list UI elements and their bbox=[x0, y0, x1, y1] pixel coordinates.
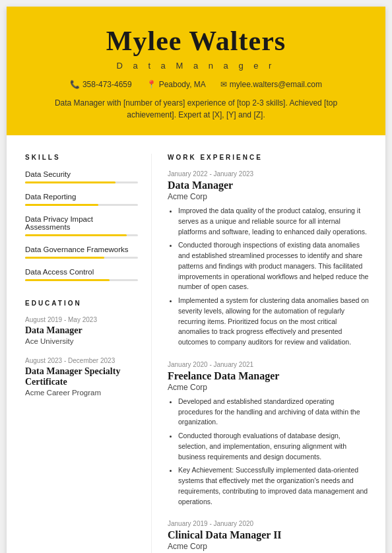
edu-degree: Data Manager bbox=[25, 325, 138, 336]
skills-list: Data Security Data Reporting Data Privac… bbox=[25, 170, 138, 281]
skill-bar-fill bbox=[25, 181, 115, 183]
education-list: August 2019 - May 2023 Data Manager Ace … bbox=[25, 316, 138, 397]
location-icon: 📍 bbox=[147, 80, 156, 89]
job-bullet: Implemented a system for clustering data… bbox=[178, 296, 370, 348]
skill-bar-fill bbox=[25, 257, 104, 259]
phone-contact: 📞 358-473-4659 bbox=[70, 80, 132, 89]
edu-date: August 2019 - May 2023 bbox=[25, 316, 138, 323]
candidate-title: D a t a M a n a g e r bbox=[33, 61, 359, 71]
resume-header: Mylee Walters D a t a M a n a g e r 📞 35… bbox=[7, 7, 385, 135]
work-experience-section: WORK EXPERIENCE January 2022 - January 2… bbox=[168, 154, 370, 553]
job-bullets-list: Improved the data quality of the product… bbox=[168, 206, 370, 348]
contact-bar: 📞 358-473-4659 📍 Peabody, MA ✉ mylee.wal… bbox=[33, 80, 359, 89]
location-text: Peabody, MA bbox=[159, 80, 206, 89]
job-date: January 2022 - January 2023 bbox=[168, 170, 370, 178]
skill-bar-fill bbox=[25, 279, 110, 281]
email-link[interactable]: mylee.walters@email.com bbox=[230, 80, 322, 89]
education-item: August 2023 - December 2023 Data Manager… bbox=[25, 357, 138, 397]
skill-name: Data Reporting bbox=[25, 193, 138, 201]
job-title: Data Manager bbox=[168, 179, 370, 191]
job-item: January 2020 - January 2021 Freelance Da… bbox=[168, 361, 370, 507]
email-contact: ✉ mylee.walters@email.com bbox=[220, 80, 322, 89]
job-company: Acme Corp bbox=[168, 383, 370, 392]
job-title: Freelance Data Manager bbox=[168, 370, 370, 382]
education-section: EDUCATION August 2019 - May 2023 Data Ma… bbox=[25, 300, 138, 397]
skills-title: SKILLS bbox=[25, 154, 138, 161]
job-date: January 2020 - January 2021 bbox=[168, 361, 370, 368]
skill-bar-background bbox=[25, 279, 138, 281]
job-bullet: Improved the data quality of the product… bbox=[178, 206, 370, 237]
candidate-name: Mylee Walters bbox=[33, 25, 359, 57]
phone-number: 358-473-4659 bbox=[82, 80, 132, 89]
phone-icon: 📞 bbox=[70, 80, 80, 89]
skill-bar-background bbox=[25, 204, 138, 206]
skill-item: Data Privacy Impact Assessments bbox=[25, 215, 138, 236]
resume-container: Mylee Walters D a t a M a n a g e r 📞 35… bbox=[7, 7, 385, 553]
work-title: WORK EXPERIENCE bbox=[168, 154, 370, 161]
skills-section: SKILLS Data Security Data Reporting Data… bbox=[25, 154, 138, 281]
edu-school: Acme Career Program bbox=[25, 389, 138, 397]
job-title: Clinical Data Manager II bbox=[168, 529, 370, 541]
job-company: Acme Corp bbox=[168, 192, 370, 201]
left-column: SKILLS Data Security Data Reporting Data… bbox=[7, 154, 152, 553]
job-bullet: Developed and established standardized o… bbox=[178, 397, 370, 428]
education-item: August 2019 - May 2023 Data Manager Ace … bbox=[25, 316, 138, 345]
skill-bar-background bbox=[25, 234, 138, 236]
job-date: January 2019 - January 2020 bbox=[168, 520, 370, 527]
resume-body: SKILLS Data Security Data Reporting Data… bbox=[7, 135, 385, 553]
right-column: WORK EXPERIENCE January 2022 - January 2… bbox=[152, 154, 385, 553]
job-item: January 2022 - January 2023 Data Manager… bbox=[168, 170, 370, 348]
skill-name: Data Privacy Impact Assessments bbox=[25, 215, 138, 231]
edu-date: August 2023 - December 2023 bbox=[25, 357, 138, 364]
skill-item: Data Security bbox=[25, 170, 138, 183]
edu-school: Ace University bbox=[25, 337, 138, 345]
skill-bar-fill bbox=[25, 204, 98, 206]
skill-name: Data Governance Frameworks bbox=[25, 245, 138, 253]
location-contact: 📍 Peabody, MA bbox=[147, 80, 206, 89]
summary-text: Data Manager with [number of years] expe… bbox=[54, 97, 338, 121]
email-icon: ✉ bbox=[220, 80, 227, 89]
job-item: January 2019 - January 2020 Clinical Dat… bbox=[168, 520, 370, 553]
skill-bar-background bbox=[25, 257, 138, 259]
job-bullet: Conducted thorough inspections of existi… bbox=[178, 240, 370, 292]
job-bullets-list: Developed and established standardized o… bbox=[168, 397, 370, 507]
skill-bar-background bbox=[25, 181, 138, 183]
skill-item: Data Governance Frameworks bbox=[25, 245, 138, 259]
skill-item: Data Reporting bbox=[25, 193, 138, 206]
skill-name: Data Access Control bbox=[25, 268, 138, 276]
skill-name: Data Security bbox=[25, 170, 138, 178]
education-title: EDUCATION bbox=[25, 300, 138, 307]
skill-item: Data Access Control bbox=[25, 268, 138, 281]
edu-degree: Data Manager Specialty Certificate bbox=[25, 366, 138, 387]
skill-bar-fill bbox=[25, 234, 127, 236]
job-company: Acme Corp bbox=[168, 542, 370, 551]
job-bullet: Conducted thorough evaluations of databa… bbox=[178, 431, 370, 462]
job-bullet: Key Achievement: Successfully implemente… bbox=[178, 465, 370, 507]
jobs-list: January 2022 - January 2023 Data Manager… bbox=[168, 170, 370, 553]
